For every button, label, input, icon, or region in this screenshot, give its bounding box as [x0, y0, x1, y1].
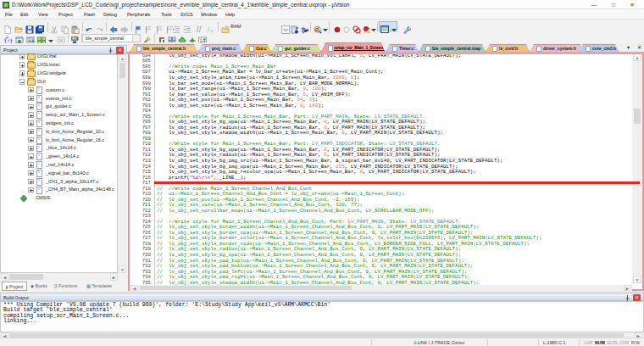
- svg-text:d: d: [315, 26, 319, 32]
- svg-text:LOAD: LOAD: [72, 37, 79, 41]
